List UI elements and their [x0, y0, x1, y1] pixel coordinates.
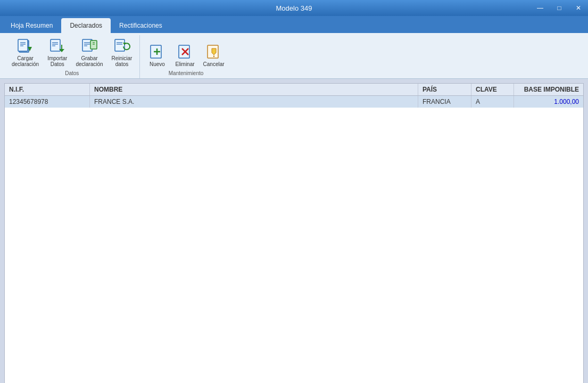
importar-datos-button[interactable]: ImportarDatos	[44, 35, 70, 69]
svg-rect-20	[115, 39, 125, 51]
reiniciar-datos-label: Reiniciardatos	[112, 55, 132, 67]
ribbon-group-mantenimiento: Nuevo Eliminar	[140, 41, 231, 78]
window-controls: — □ ✕	[531, 0, 588, 16]
grabar-declaracion-button[interactable]: Grabardeclaración	[72, 35, 106, 69]
maximize-button[interactable]: □	[550, 0, 569, 16]
save-icon	[81, 37, 98, 54]
cell-nombre: FRANCE S.A.	[90, 96, 418, 108]
grabar-declaracion-label: Grabardeclaración	[76, 55, 103, 67]
close-button[interactable]: ✕	[569, 0, 588, 16]
cell-base: 1.000,00	[514, 96, 583, 108]
tab-rectificaciones[interactable]: Rectificaciones	[111, 18, 171, 33]
import-icon	[49, 37, 66, 54]
eliminar-button[interactable]: Eliminar	[172, 41, 197, 69]
cell-pais: FRANCIA	[418, 96, 471, 108]
svg-rect-2	[18, 39, 28, 51]
svg-rect-27	[179, 45, 189, 58]
reiniciar-datos-button[interactable]: Reiniciardatos	[109, 35, 136, 69]
col-header-nombre: NOMBRE	[90, 84, 418, 95]
svg-rect-7	[51, 39, 60, 51]
minimize-button[interactable]: —	[531, 0, 550, 16]
grid-header: N.I.F. NOMBRE PAÍS CLAVE BASE IMPONIBLE	[5, 84, 583, 96]
cargar-declaracion-button[interactable]: Cargardeclaración	[9, 35, 42, 69]
main-area: N.I.F. NOMBRE PAÍS CLAVE BASE IMPONIBLE …	[0, 79, 588, 383]
col-header-pais: PAÍS	[418, 84, 471, 95]
mantenimiento-group-label: Mantenimiento	[169, 70, 204, 76]
cancelar-label: Cancelar	[203, 61, 225, 67]
svg-rect-17	[90, 40, 97, 49]
tab-declarados[interactable]: Declarados	[61, 18, 111, 33]
cancel-icon	[205, 43, 222, 60]
load-icon	[17, 37, 34, 54]
cargar-declaracion-label: Cargardeclaración	[12, 55, 39, 67]
tab-bar: Hoja Resumen Declarados Rectificaciones	[0, 16, 588, 33]
nuevo-button[interactable]: Nuevo	[144, 41, 170, 69]
ribbon: Cargardeclaración ImportarDatos	[0, 33, 588, 79]
col-header-clave: CLAVE	[471, 84, 514, 95]
cell-clave: A	[471, 96, 514, 108]
cancelar-button[interactable]: Cancelar	[200, 41, 228, 69]
title-bar: Modelo 349 — □ ✕	[0, 0, 588, 16]
svg-point-32	[213, 55, 214, 56]
ribbon-group-datos: Cargardeclaración ImportarDatos	[4, 35, 140, 78]
table-row[interactable]: 12345678978 FRANCE S.A. FRANCIA A 1.000,…	[5, 96, 583, 108]
cell-nif: 12345678978	[5, 96, 90, 108]
tab-hoja-resumen[interactable]: Hoja Resumen	[2, 18, 61, 33]
new-icon	[148, 43, 165, 60]
nuevo-label: Nuevo	[150, 61, 165, 67]
data-grid: N.I.F. NOMBRE PAÍS CLAVE BASE IMPONIBLE …	[4, 83, 584, 383]
importar-datos-label: ImportarDatos	[47, 55, 67, 67]
window-title: Modelo 349	[276, 4, 312, 12]
col-header-nif: N.I.F.	[5, 84, 90, 95]
grid-body: 12345678978 FRANCE S.A. FRANCIA A 1.000,…	[5, 96, 583, 383]
delete-icon	[177, 43, 194, 60]
datos-group-label: Datos	[65, 70, 79, 76]
refresh-icon	[113, 37, 130, 54]
eliminar-label: Eliminar	[175, 61, 194, 67]
col-header-base: BASE IMPONIBLE	[514, 84, 583, 95]
